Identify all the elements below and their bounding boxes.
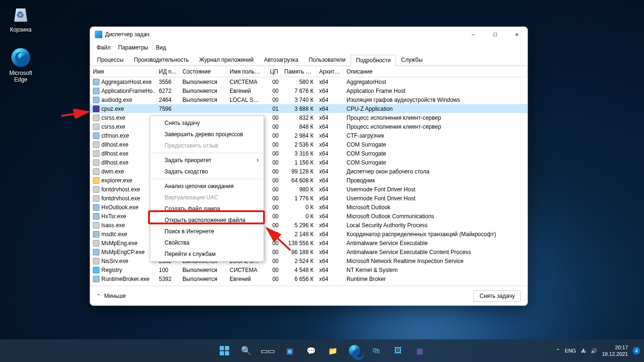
close-button[interactable]: ✕	[506, 27, 528, 42]
cell-mem: 848 К	[281, 123, 316, 130]
process-name: NisSrv.exe	[101, 258, 128, 264]
table-row[interactable]: audiodg.exe2464ВыполняетсяLOCAL SE...003…	[90, 95, 528, 104]
end-task-button[interactable]: Снять задачу	[473, 290, 521, 302]
annotation-arrow-2	[262, 224, 295, 253]
cell-desc: CTF-загрузчик	[344, 132, 528, 139]
ctx-affinity[interactable]: Задать сходство	[150, 166, 264, 177]
ctx-open-location[interactable]: Открыть расположение файла	[150, 214, 264, 226]
widgets-button[interactable]: ▣	[280, 341, 299, 360]
col-arch[interactable]: Архите...	[316, 67, 344, 76]
col-desc[interactable]: Описание	[344, 67, 528, 76]
cell-cpu: 00	[264, 258, 281, 264]
cell-user: СИСТЕМА	[227, 267, 264, 273]
notification-badge[interactable]: 4	[633, 347, 640, 354]
tab-details[interactable]: Подробности	[351, 55, 396, 66]
cell-arch: x64	[316, 204, 344, 211]
edge-button[interactable]	[345, 341, 364, 360]
titlebar[interactable]: Диспетчер задач ─ ☐ ✕	[90, 27, 528, 42]
tab-performance[interactable]: Производительность	[129, 54, 194, 66]
chevron-up-icon: ⌃	[97, 293, 100, 298]
ctx-search[interactable]: Поиск в Интернете	[150, 226, 264, 237]
menu-file[interactable]: Файл	[94, 43, 114, 52]
cell-arch: x64	[316, 88, 344, 94]
tab-bar: Процессы Производительность Журнал прило…	[90, 53, 528, 66]
process-icon	[93, 240, 99, 247]
store-icon: 🛍	[372, 346, 380, 355]
ctx-priority[interactable]: Задать приоритет	[150, 155, 264, 166]
process-icon	[93, 177, 99, 184]
table-row[interactable]: RuntimeBroker.exe5392ВыполняетсяЕвгений0…	[90, 274, 528, 283]
start-button[interactable]	[215, 341, 234, 360]
ctx-wait-chain[interactable]: Анализ цепочки ожидания	[150, 181, 264, 192]
photos-button[interactable]: 🖼	[388, 341, 407, 360]
table-row[interactable]: AggregatorHost.exe3556ВыполняетсяСИСТЕМА…	[90, 77, 528, 86]
cell-arch: x64	[316, 267, 344, 273]
process-icon	[93, 258, 99, 264]
cell-cpu: 00	[264, 88, 281, 94]
ctx-properties[interactable]: Свойства	[150, 237, 264, 248]
process-icon	[93, 97, 99, 103]
table-row[interactable]: ApplicationFrameHo...6272ВыполняетсяЕвге…	[90, 86, 528, 95]
col-mem[interactable]: Память (а...	[281, 67, 316, 76]
footer: ⌃ Меньше Снять задачу	[90, 286, 528, 305]
cell-cpu: 00	[264, 204, 281, 211]
taskview-button[interactable]: ▭▭	[258, 341, 277, 360]
cell-arch: x64	[316, 195, 344, 202]
table-row[interactable]: Registry100ВыполняетсяСИСТЕМА004 548 Кx6…	[90, 265, 528, 274]
col-name[interactable]: Имя	[90, 67, 156, 76]
recycle-bin-icon[interactable]: Корзина	[3, 4, 39, 33]
search-button[interactable]: 🔍	[237, 341, 256, 360]
table-row[interactable]: cpuz.exe7596013 688 Кx64CPU-Z Applicatio…	[90, 104, 528, 113]
ctx-end-tree[interactable]: Завершить дерево процессов	[150, 129, 264, 140]
process-icon	[93, 79, 99, 85]
explorer-button[interactable]: 📁	[323, 341, 342, 360]
tab-processes[interactable]: Процессы	[92, 54, 129, 66]
tab-users[interactable]: Пользователи	[304, 54, 351, 66]
tray-chevron-icon[interactable]: ⌃	[556, 348, 560, 354]
cell-desc: Usermode Font Driver Host	[344, 186, 528, 193]
cell-desc: Диспетчер окон рабочего стола	[344, 168, 528, 175]
cell-cpu: 00	[264, 186, 281, 193]
col-state[interactable]: Состояние	[180, 67, 227, 76]
ctx-goto-services[interactable]: Перейти к службам	[150, 248, 264, 260]
menu-params[interactable]: Параметры	[116, 43, 151, 52]
volume-icon[interactable]: 🔊	[591, 348, 597, 354]
photos-icon: 🖼	[394, 346, 402, 355]
language-indicator[interactable]: ENG	[565, 348, 576, 354]
minimize-button[interactable]: ─	[462, 27, 484, 42]
fewer-details-link[interactable]: Меньше	[104, 293, 126, 299]
svg-line-1	[61, 112, 89, 116]
edge-shortcut[interactable]: Microsoft Edge	[3, 47, 39, 83]
cell-user: Евгений	[227, 276, 264, 282]
cell-arch: x64	[316, 106, 344, 112]
col-user[interactable]: Имя польз...	[227, 67, 264, 76]
col-cpu[interactable]: ЦП	[264, 67, 281, 76]
clock[interactable]: 20:17 18.12.2021	[602, 344, 628, 358]
cpuz-button[interactable]: ▦	[410, 341, 429, 360]
network-icon[interactable]: 🖧	[581, 348, 586, 354]
cell-mem: 1 156 К	[281, 159, 316, 166]
cell-pid: 7596	[156, 106, 180, 112]
taskbar[interactable]: 🔍 ▭▭ ▣ 💬 📁 🛍 🖼 ▦ ⌃ ENG 🖧 🔊 20:17 18.12.2…	[0, 339, 644, 362]
process-icon	[93, 222, 99, 229]
process-name: HxOutlook.exe	[101, 204, 139, 211]
cell-cpu: 00	[264, 159, 281, 166]
col-pid[interactable]: ИД п...	[156, 67, 180, 76]
cell-desc: Runtime Broker	[344, 276, 528, 282]
tab-services[interactable]: Службы	[396, 54, 428, 66]
cell-mem: 64 608 К	[281, 177, 316, 184]
cell-desc: Координатор распределенных транзакций (М…	[344, 231, 528, 238]
menu-view[interactable]: Вид	[153, 43, 169, 52]
store-button[interactable]: 🛍	[367, 341, 386, 360]
process-icon	[93, 276, 99, 282]
cell-arch: x64	[316, 123, 344, 130]
tab-apphistory[interactable]: Журнал приложений	[194, 54, 259, 66]
chat-button[interactable]: 💬	[302, 341, 321, 360]
maximize-button[interactable]: ☐	[484, 27, 506, 42]
process-name: lsass.exe	[101, 222, 125, 229]
ctx-end-task[interactable]: Снять задачу	[150, 117, 264, 129]
cell-user: СИСТЕМА	[227, 79, 264, 85]
tab-startup[interactable]: Автозагрузка	[259, 54, 304, 66]
ctx-dump[interactable]: Создать файл дампа	[150, 203, 264, 214]
cell-desc: Application Frame Host	[344, 88, 528, 94]
